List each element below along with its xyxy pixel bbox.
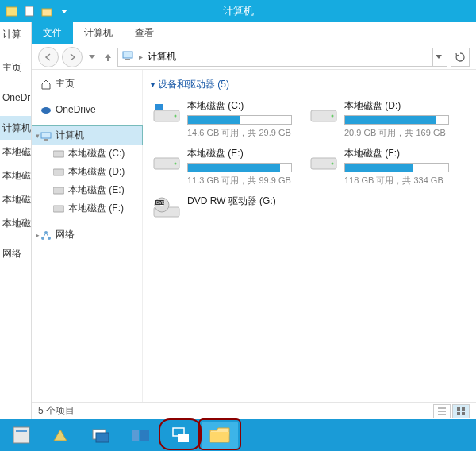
svg-text:DVD: DVD: [156, 200, 165, 205]
usage-bar: [344, 115, 449, 125]
drive-icon: [52, 202, 65, 215]
svg-rect-38: [140, 430, 149, 441]
svg-rect-30: [462, 407, 465, 411]
forward-button[interactable]: [62, 47, 83, 67]
tree-label: 网络: [56, 228, 75, 241]
usage-bar: [187, 163, 292, 172]
svg-rect-8: [53, 151, 64, 157]
expander-icon[interactable]: ▸: [33, 231, 41, 239]
svg-rect-0: [6, 7, 17, 16]
dvd-icon: DVD: [152, 195, 181, 223]
address-bar[interactable]: ▸ 计算机: [117, 48, 447, 67]
up-button[interactable]: [102, 47, 114, 67]
computer-icon: [40, 129, 52, 142]
svg-rect-31: [457, 412, 460, 415]
recent-dropdown-button[interactable]: [86, 47, 98, 67]
content-pane: ▾ 设备和驱动器 (5) 本地磁盘 (C:) 14.6 GB 可用，共 29.9…: [143, 70, 476, 402]
system-menu-icon[interactable]: [5, 4, 19, 18]
svg-point-23: [332, 163, 334, 165]
edge-item: 网络: [0, 241, 31, 265]
drive-item[interactable]: 本地磁盘 (C:) 14.6 GB 可用，共 29.9 GB: [151, 98, 294, 141]
svg-point-17: [175, 115, 177, 118]
svg-rect-32: [462, 412, 465, 415]
onedrive-icon: [40, 103, 52, 116]
ribbon: 文件 计算机 查看: [32, 22, 476, 44]
drive-name: 本地磁盘 (C:): [187, 99, 292, 113]
group-header[interactable]: ▾ 设备和驱动器 (5): [151, 75, 468, 94]
drive-icon: [309, 99, 338, 128]
taskbar: [0, 419, 476, 451]
home-icon: [40, 78, 52, 91]
expander-icon[interactable]: ▾: [33, 132, 41, 140]
drive-icon: [152, 99, 181, 128]
address-segment[interactable]: 计算机: [148, 50, 176, 64]
drive-name: 本地磁盘 (F:): [344, 147, 449, 160]
edge-item: 计算机: [0, 116, 31, 140]
title-bar: 计算机: [0, 0, 476, 22]
edge-item: 本地磁: [0, 187, 31, 211]
taskbar-app-1[interactable]: [3, 422, 40, 449]
drive-icon: [152, 147, 181, 175]
taskbar-explorer[interactable]: [202, 422, 238, 449]
explorer-window: 文件 计算机 查看 ▸ 计算机: [32, 22, 476, 419]
tree-network[interactable]: ▸ 网络: [32, 226, 142, 244]
background-window-edge: 计算 主页 OneDrive 计算机 本地磁 本地磁 本地磁 本地磁 网络: [0, 22, 32, 419]
drive-stats: 11.3 GB 可用，共 99.9 GB: [187, 175, 292, 187]
tree-drive-d[interactable]: 本地磁盘 (D:): [32, 163, 142, 181]
address-dropdown-button[interactable]: [432, 48, 443, 66]
computer-icon: [121, 49, 134, 64]
taskbar-app-3[interactable]: [83, 422, 119, 449]
tree-home[interactable]: 主页: [32, 75, 142, 93]
tree-drive-c[interactable]: 本地磁盘 (C:): [32, 145, 142, 163]
svg-rect-37: [132, 430, 139, 441]
svg-rect-34: [16, 430, 27, 432]
tree-label: 本地磁盘 (F:): [68, 202, 124, 215]
drive-name: 本地磁盘 (E:): [187, 147, 292, 160]
drive-item[interactable]: 本地磁盘 (F:) 118 GB 可用，共 334 GB: [308, 145, 451, 188]
tree-drive-e[interactable]: 本地磁盘 (E:): [32, 181, 142, 199]
drive-icon: [52, 148, 65, 160]
svg-point-5: [41, 107, 51, 114]
back-button[interactable]: [38, 47, 59, 67]
tree-drive-f[interactable]: 本地磁盘 (F:): [32, 199, 142, 218]
taskbar-app-4[interactable]: [122, 422, 159, 449]
refresh-button[interactable]: [451, 48, 470, 67]
file-tab[interactable]: 文件: [32, 22, 73, 44]
address-row: ▸ 计算机: [32, 44, 476, 70]
svg-rect-29: [457, 407, 460, 411]
usage-fill: [188, 116, 240, 124]
drive-item[interactable]: 本地磁盘 (D:) 20.9 GB 可用，共 169 GB: [308, 98, 451, 141]
details-view-button[interactable]: [433, 404, 451, 418]
ribbon-tab-computer[interactable]: 计算机: [73, 22, 124, 44]
svg-rect-1: [25, 6, 33, 16]
usage-fill: [188, 164, 280, 172]
drive-stats: 20.9 GB 可用，共 169 GB: [344, 127, 449, 139]
icons-view-button[interactable]: [452, 404, 470, 418]
drive-item[interactable]: 本地磁盘 (E:) 11.3 GB 可用，共 99.9 GB: [151, 145, 294, 188]
drive-icon: [309, 147, 338, 175]
svg-rect-3: [123, 52, 132, 58]
qat-newfolder-icon[interactable]: [40, 4, 54, 18]
svg-rect-9: [53, 169, 64, 175]
svg-rect-2: [42, 9, 52, 16]
tree-computer[interactable]: ▾ 计算机: [32, 126, 142, 145]
edge-item: 本地磁: [0, 211, 31, 235]
drive-name: 本地磁盘 (D:): [344, 99, 449, 113]
tree-label: 本地磁盘 (D:): [68, 165, 125, 179]
usage-fill: [345, 116, 436, 124]
tree-label: OneDrive: [56, 104, 96, 115]
qat-dropdown-icon[interactable]: [57, 4, 71, 18]
edge-item: 本地磁: [0, 164, 31, 187]
usage-bar: [187, 115, 292, 125]
svg-rect-11: [53, 206, 64, 212]
tree-onedrive[interactable]: OneDrive: [32, 101, 142, 118]
dvd-drive-item[interactable]: DVD DVD RW 驱动器 (G:): [151, 193, 294, 225]
svg-point-19: [332, 115, 334, 118]
svg-rect-40: [178, 434, 189, 442]
drive-icon: [52, 166, 65, 179]
taskbar-app-5[interactable]: [162, 422, 198, 449]
qat-properties-icon[interactable]: [22, 4, 36, 18]
taskbar-app-2[interactable]: [43, 422, 79, 449]
address-chevron[interactable]: ▸: [139, 52, 143, 61]
ribbon-tab-view[interactable]: 查看: [124, 22, 165, 44]
